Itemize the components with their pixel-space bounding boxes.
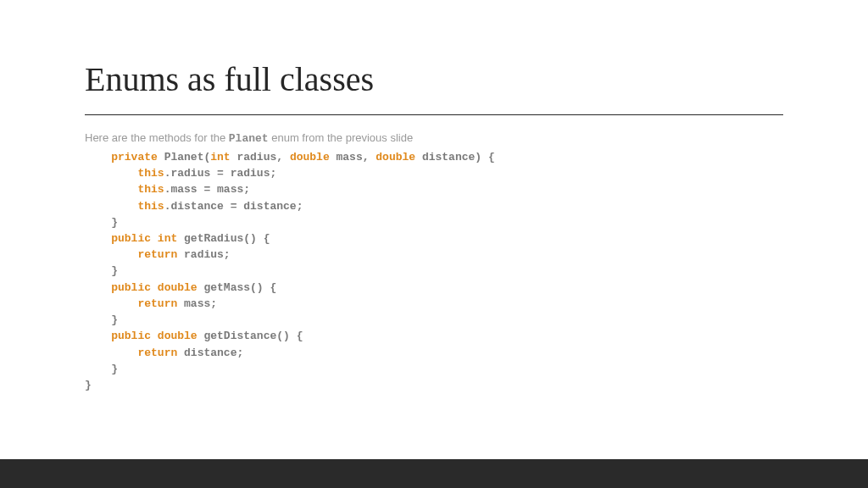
code-text [85, 248, 137, 261]
kw-public: public [111, 232, 151, 245]
kw-return: return [137, 297, 177, 310]
code-text [85, 232, 111, 245]
code-text: Planet( [158, 151, 210, 164]
kw-this: this [137, 200, 164, 213]
footer-bar [0, 459, 868, 488]
code-text [85, 151, 111, 164]
kw-int: int [210, 151, 230, 164]
kw-this: this [137, 183, 164, 196]
code-text: } [85, 313, 118, 326]
code-text: } [85, 379, 92, 391]
kw-double: double [290, 151, 330, 164]
code-text: } [85, 216, 118, 229]
code-text [151, 232, 158, 245]
code-block: private Planet(int radius, double mass, … [85, 149, 783, 394]
code-text: mass, [330, 151, 376, 164]
kw-int: int [158, 232, 177, 245]
code-text: distance) { [415, 151, 495, 164]
slide: Enums as full classes Here are the metho… [0, 0, 868, 488]
code-text [85, 200, 137, 213]
slide-title: Enums as full classes [0, 0, 868, 114]
intro-text: Here are the methods for the Planet enum… [85, 130, 783, 147]
code-text [85, 167, 137, 180]
code-text [85, 330, 111, 342]
code-text: distance; [177, 347, 243, 359]
title-divider [85, 114, 783, 115]
code-text: .distance = distance; [164, 200, 303, 213]
slide-body: Here are the methods for the Planet enum… [0, 130, 868, 393]
kw-double: double [376, 151, 415, 164]
kw-double: double [158, 330, 198, 342]
code-text [85, 183, 137, 196]
kw-this: this [137, 167, 164, 180]
intro-strong: Planet [229, 132, 269, 145]
kw-double: double [158, 281, 198, 294]
code-text: radius; [177, 248, 230, 261]
kw-public: public [111, 330, 151, 342]
code-text: radius, [231, 151, 290, 164]
code-text [85, 297, 137, 310]
code-text [85, 347, 137, 359]
intro-prefix: Here are the methods for the [85, 131, 229, 144]
code-text: } [85, 264, 118, 277]
intro-suffix: enum from the previous slide [269, 131, 414, 144]
code-text [85, 281, 111, 294]
code-text: getRadius() { [177, 232, 270, 245]
code-text: getMass() { [198, 281, 277, 294]
kw-return: return [137, 347, 177, 359]
code-text: getDistance() { [198, 330, 303, 342]
code-text: .radius = radius; [164, 167, 277, 180]
kw-public: public [111, 281, 151, 294]
code-text: .mass = mass; [164, 183, 250, 196]
code-text: } [85, 363, 118, 375]
kw-return: return [137, 248, 177, 261]
code-text [151, 330, 158, 342]
code-text: mass; [177, 297, 217, 310]
code-text [151, 281, 158, 294]
kw-private: private [111, 151, 158, 164]
